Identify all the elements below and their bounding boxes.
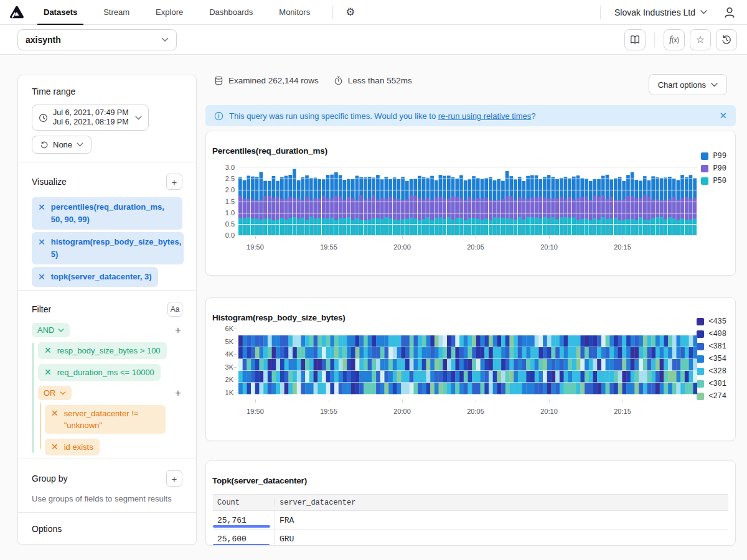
topk-count-cell: 25,600 <box>213 530 275 546</box>
tab-monitors[interactable]: Monitors <box>273 0 316 25</box>
topk-header-field: server_datacenter <box>275 498 728 507</box>
condition-text: id exists <box>64 441 93 453</box>
filter-condition[interactable]: ✕resp_body_size_bytes > 100 <box>38 342 167 359</box>
banner-text-suffix: ? <box>531 111 535 121</box>
histogram-chart-title: Histogram(resp_body_size_bytes) <box>212 313 345 322</box>
tab-explore[interactable]: Explore <box>149 0 189 25</box>
remove-chip-icon[interactable]: ✕ <box>38 236 45 261</box>
options-section: Options <box>18 513 196 545</box>
group-by-title: Group by <box>32 474 68 483</box>
fx-icon: f(x) <box>669 35 679 45</box>
gridline <box>238 235 697 236</box>
x-axis-tick: 20:15 <box>609 408 636 415</box>
remove-chip-icon[interactable]: ✕ <box>38 201 45 226</box>
org-switcher[interactable]: Slovak Industries Ltd <box>614 7 707 17</box>
chart-options-button[interactable]: Chart options <box>649 74 727 95</box>
legend-swatch <box>701 152 708 160</box>
settings-gear-icon[interactable]: ⚙ <box>345 7 355 17</box>
legend-item: <381 <box>697 340 726 353</box>
add-visualization-button[interactable]: + <box>166 174 182 190</box>
info-icon <box>214 111 223 121</box>
filter-condition[interactable]: ✕req_duration_ms <= 10000 <box>38 364 161 381</box>
visualize-chip[interactable]: ✕topk(server_datacenter, 3) <box>32 267 158 287</box>
legend-swatch <box>697 343 704 350</box>
user-avatar-icon[interactable] <box>723 6 736 19</box>
histogram-legend: <435<408<381<354<328<301<274 <box>697 315 726 403</box>
clock-icon <box>39 113 48 123</box>
remove-condition-icon[interactable]: ✕ <box>44 366 52 378</box>
percentiles-chart-title: Percentiles(req_duration_ms) <box>212 146 327 156</box>
time-range-start: Jul 6, 2021, 07:49 PM <box>53 108 129 118</box>
topk-header-count: Count <box>213 498 275 507</box>
legend-swatch <box>701 165 708 172</box>
add-or-condition-button[interactable]: + <box>174 388 182 398</box>
percentiles-chart-card: Percentiles(req_duration_ms) P99P90P50 1… <box>205 131 736 276</box>
remove-condition-icon[interactable]: ✕ <box>51 408 59 419</box>
legend-swatch <box>697 393 704 400</box>
y-axis-dash <box>233 367 237 368</box>
x-axis-tick: 20:05 <box>462 243 489 251</box>
banner-close-icon[interactable]: ✕ <box>719 110 727 121</box>
query-duration: Less than 552ms <box>348 76 412 85</box>
legend-item: <354 <box>697 353 726 365</box>
x-axis-tick: 20:10 <box>535 408 563 415</box>
legend-swatch <box>697 368 704 375</box>
chevron-down-icon <box>77 142 83 147</box>
add-group-by-button[interactable]: + <box>166 470 182 487</box>
options-title[interactable]: Options <box>32 524 182 534</box>
visualize-chip[interactable]: ✕percentiles(req_duration_ms, 50, 90, 99… <box>32 197 182 230</box>
remove-condition-icon[interactable]: ✕ <box>44 345 52 357</box>
filter-operator-or[interactable]: OR <box>38 386 72 400</box>
tab-datasets[interactable]: Datasets <box>37 0 83 25</box>
filter-condition[interactable]: ✕server_datacenter != "unknown" <box>45 405 166 434</box>
chevron-down-icon <box>700 10 707 14</box>
x-axis-tick: 19:55 <box>315 408 342 415</box>
y-axis-tick: 2K <box>214 376 233 383</box>
x-axis-tick: 19:50 <box>242 243 269 251</box>
tab-dashboards[interactable]: Dashboards <box>203 0 259 25</box>
history-icon <box>721 34 732 45</box>
rerun-relative-link[interactable]: re-run using relative times <box>438 111 532 121</box>
table-row[interactable]: 25,600GRU <box>213 530 728 546</box>
query-history-button[interactable] <box>716 29 737 50</box>
topk-field-value: GRU <box>280 534 294 544</box>
filter-operator-and[interactable]: AND <box>32 323 70 337</box>
toolbar-divider <box>654 33 655 47</box>
x-axis-tick: 20:00 <box>388 408 416 415</box>
filter-tree: AND+✕resp_body_size_bytes > 100✕req_dura… <box>32 323 182 455</box>
app-logo-icon[interactable] <box>9 4 25 21</box>
table-row[interactable]: 25,761FRA <box>213 511 728 530</box>
legend-label: P50 <box>713 177 726 185</box>
visualize-chip[interactable]: ✕histogram(resp_body_size_bytes, 5) <box>32 232 184 264</box>
histogram-heatmap[interactable] <box>238 335 697 394</box>
chevron-down-icon <box>161 37 169 42</box>
y-axis-tick: 1K <box>214 389 233 396</box>
x-axis-tick: 19:55 <box>315 243 342 251</box>
filter-or-row: OR+ <box>38 386 182 400</box>
tab-stream[interactable]: Stream <box>97 0 136 25</box>
legend-item: P90 <box>701 162 726 175</box>
visualize-chip-label: topk(server_datacenter, 3) <box>51 271 152 283</box>
legend-item: P50 <box>701 175 726 187</box>
topk-table: Count server_datacenter 25,761FRA25,600G… <box>213 494 728 546</box>
x-axis-tick: 19:50 <box>242 408 269 415</box>
remove-chip-icon[interactable]: ✕ <box>38 271 45 283</box>
add-and-condition-button[interactable]: + <box>174 325 182 335</box>
remove-condition-icon[interactable]: ✕ <box>51 441 59 453</box>
filter-and-row: AND+ <box>32 323 182 337</box>
case-sensitivity-toggle[interactable]: Aa <box>167 302 182 317</box>
favorite-button[interactable]: ☆ <box>690 29 711 50</box>
histogram-chart-card: Histogram(resp_body_size_bytes) <435<408… <box>205 297 736 441</box>
legend-label: <435 <box>708 317 726 326</box>
time-range-section: Time range Jul 6, 2021, 07:49 PM Jul 6, … <box>18 75 196 162</box>
docs-book-button[interactable] <box>624 29 646 50</box>
compare-time-button[interactable]: None <box>32 136 92 154</box>
functions-button[interactable]: f(x) <box>664 29 685 50</box>
y-axis-tick: 0.0 <box>215 231 235 239</box>
topk-field-cell: GRU <box>275 530 728 546</box>
x-axis-tickmark <box>476 236 476 239</box>
legend-label: <328 <box>708 367 726 376</box>
dataset-selector[interactable]: axisynth <box>17 29 177 50</box>
filter-condition[interactable]: ✕id exists <box>45 439 100 455</box>
time-range-picker[interactable]: Jul 6, 2021, 07:49 PM Jul 6, 2021, 08:19… <box>32 105 149 131</box>
